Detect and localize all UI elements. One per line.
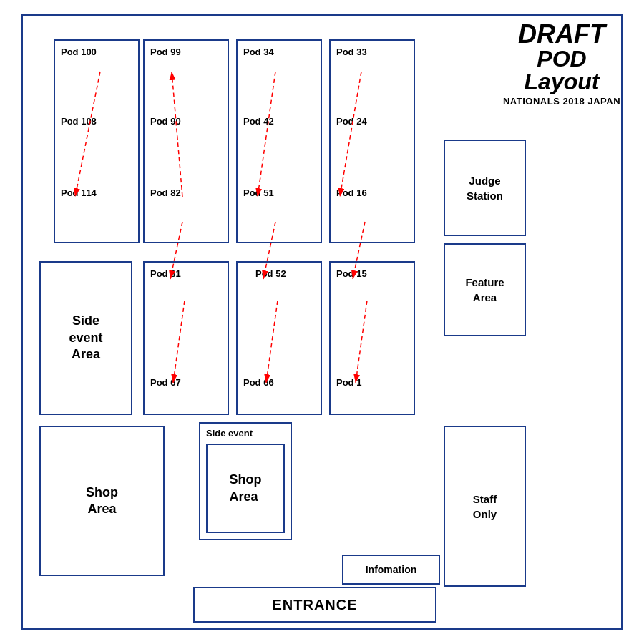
judge-station: JudgeStation: [444, 140, 526, 236]
information-label: Infomation: [366, 564, 417, 575]
side-event-shop-container: Side event ShopArea: [199, 422, 292, 540]
pod-15-label: Pod 15: [336, 268, 367, 279]
pod-col3: Pod 34 Pod 42 Pod 51: [236, 39, 322, 243]
title-area: DRAFT POD Layout NATIONALS 2018 JAPAN: [501, 21, 623, 107]
pod-33-label: Pod 33: [336, 47, 367, 57]
pod-24-label: Pod 24: [336, 116, 367, 127]
side-event-shop-label: Side event: [206, 428, 253, 439]
pod-34-label: Pod 34: [243, 47, 274, 57]
pod-1-label: Pod 1: [336, 377, 361, 388]
entrance-label: ENTRANCE: [272, 597, 357, 613]
pod-108-label: Pod 108: [61, 116, 97, 127]
shop-area-main-label: ShopArea: [86, 484, 118, 518]
pod-row2-col3: Pod 52 Pod 66: [236, 261, 322, 415]
pod-row2-col4: Pod 15 Pod 1: [329, 261, 415, 415]
pod-67-label: Pod 67: [150, 377, 181, 388]
pod-row2-col2: Pod 81 Pod 67: [143, 261, 229, 415]
shop-area-inner-label: ShopArea: [230, 472, 262, 505]
pod-99-label: Pod 99: [150, 47, 181, 57]
pod-51-label: Pod 51: [243, 187, 274, 198]
title-sub: NATIONALS 2018 JAPAN: [501, 96, 623, 107]
shop-area-inner: ShopArea: [206, 444, 285, 533]
pod-16-label: Pod 16: [336, 187, 367, 198]
pod-col2: Pod 99 Pod 90 Pod 82: [143, 39, 229, 243]
title-pod: POD: [537, 47, 586, 70]
pod-52-label: Pod 52: [255, 268, 286, 279]
title-layout: Layout: [501, 70, 623, 93]
shop-area-main: ShopArea: [39, 426, 165, 576]
feature-area-label: FeatureArea: [465, 275, 504, 305]
pod-100-label: Pod 100: [61, 47, 97, 57]
pod-col4: Pod 33 Pod 24 Pod 16: [329, 39, 415, 243]
staff-only: StaffOnly: [444, 426, 526, 587]
pod-114-label: Pod 114: [61, 187, 97, 198]
pod-42-label: Pod 42: [243, 116, 274, 127]
information-box: Infomation: [342, 555, 440, 585]
title-draft: DRAFT: [501, 21, 623, 47]
side-event-shop-outer: Side event ShopArea: [199, 422, 292, 540]
side-event-area: SideeventArea: [39, 261, 132, 415]
entrance-box: ENTRANCE: [193, 587, 436, 623]
pod-82-label: Pod 82: [150, 187, 181, 198]
side-event-label: SideeventArea: [69, 313, 102, 363]
pod-col1: Pod 100 Pod 108 Pod 114: [54, 39, 140, 243]
pod-66-label: Pod 66: [243, 377, 274, 388]
pod-90-label: Pod 90: [150, 116, 181, 127]
feature-area: FeatureArea: [444, 243, 526, 336]
pod-81-label: Pod 81: [150, 268, 181, 279]
judge-station-label: JudgeStation: [467, 173, 503, 203]
staff-only-label: StaffOnly: [473, 492, 497, 522]
